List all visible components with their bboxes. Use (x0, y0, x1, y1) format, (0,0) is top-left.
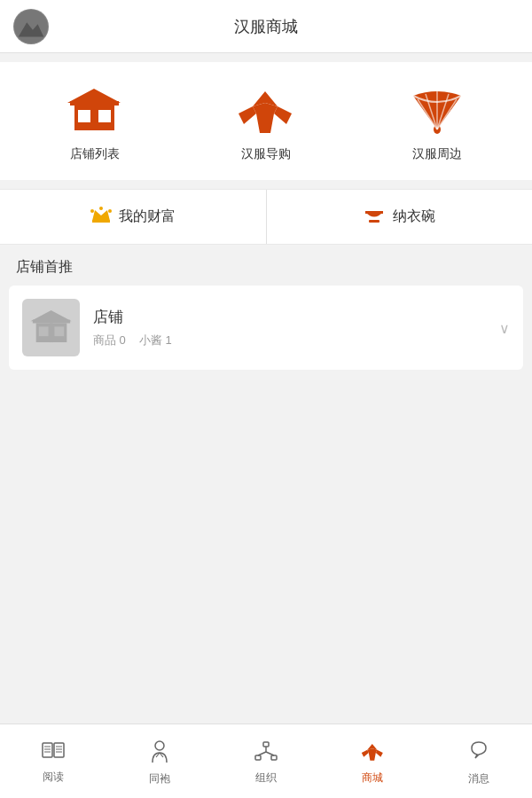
wallet-row: 我的财富 纳衣碗 (0, 189, 532, 245)
store-card[interactable]: 店铺 商品 0小酱 1 ∨ (9, 286, 523, 370)
svg-rect-27 (43, 743, 52, 757)
bowl-icon (363, 206, 386, 228)
svg-point-35 (155, 741, 164, 750)
store-meta: 商品 0小酱 1 (93, 332, 510, 348)
header: 汉服商城 (0, 0, 532, 53)
svg-rect-26 (50, 324, 53, 343)
store-list-icon (64, 84, 126, 137)
svg-rect-38 (263, 742, 269, 747)
svg-marker-21 (30, 310, 71, 321)
page-title: 汉服商城 (234, 16, 298, 37)
nav-tongpao-label: 同袍 (149, 771, 170, 786)
crown-icon (90, 207, 112, 227)
goods-count: 商品 0 (93, 332, 126, 348)
svg-point-18 (108, 209, 112, 213)
chevron-down-icon: ∨ (499, 319, 510, 336)
svg-rect-19 (365, 211, 383, 214)
hanfu-periphery-icon (406, 84, 468, 137)
store-thumbnail (22, 299, 80, 356)
nav-item-message[interactable]: 消息 (426, 736, 532, 786)
category-store-list[interactable]: 店铺列表 (64, 84, 126, 162)
store-name: 店铺 (93, 307, 510, 327)
nav-item-mall[interactable]: 商城 (319, 737, 426, 786)
hanfu-periphery-label: 汉服周边 (412, 146, 462, 162)
svg-point-17 (99, 207, 103, 210)
read-icon (42, 742, 65, 765)
svg-rect-40 (271, 755, 277, 760)
nav-mall-label: 商城 (362, 771, 383, 786)
category-hanfu-periphery[interactable]: 汉服周边 (406, 84, 468, 162)
sauce-count: 小酱 1 (139, 332, 172, 348)
svg-rect-20 (369, 220, 379, 223)
nav-organization-label: 组织 (255, 771, 277, 786)
nav-item-tongpao[interactable]: 同袍 (106, 736, 213, 786)
svg-rect-6 (98, 110, 111, 122)
svg-rect-15 (92, 220, 110, 223)
hanfu-guide-label: 汉服导购 (241, 146, 291, 162)
svg-rect-22 (32, 320, 69, 324)
bottom-navigation: 阅读 同袍 组织 (0, 724, 532, 798)
svg-rect-7 (92, 106, 97, 130)
svg-rect-25 (54, 326, 64, 336)
svg-marker-2 (67, 89, 121, 103)
svg-rect-24 (38, 326, 48, 336)
mall-icon (361, 741, 384, 766)
nav-read-label: 阅读 (43, 770, 64, 785)
message-icon (468, 740, 489, 767)
hanfu-guide-icon (235, 84, 297, 137)
nav-item-read[interactable]: 阅读 (0, 738, 106, 785)
svg-rect-28 (54, 743, 64, 757)
tongpao-icon (150, 740, 169, 767)
my-wealth-label: 我的财富 (119, 207, 176, 226)
store-info: 店铺 商品 0小酱 1 (93, 307, 510, 348)
categories-section: 店铺列表 汉服导购 (0, 62, 532, 180)
nayi-bowl-item[interactable]: 纳衣碗 (267, 190, 533, 244)
store-list-label: 店铺列表 (70, 146, 120, 162)
svg-point-16 (90, 209, 94, 213)
section-title: 店铺首推 (0, 245, 532, 286)
svg-marker-14 (92, 210, 110, 221)
my-wealth-item[interactable]: 我的财富 (0, 190, 267, 244)
organization-icon (254, 741, 278, 766)
svg-rect-3 (70, 101, 119, 106)
nayi-bowl-label: 纳衣碗 (393, 207, 435, 226)
nav-item-organization[interactable]: 组织 (213, 737, 319, 786)
nav-message-label: 消息 (468, 771, 489, 786)
svg-rect-5 (78, 110, 90, 122)
svg-line-43 (266, 752, 274, 755)
svg-point-0 (14, 10, 48, 43)
svg-line-42 (258, 752, 266, 755)
category-hanfu-guide[interactable]: 汉服导购 (235, 84, 297, 162)
svg-rect-39 (255, 755, 261, 760)
user-avatar[interactable] (13, 9, 49, 44)
